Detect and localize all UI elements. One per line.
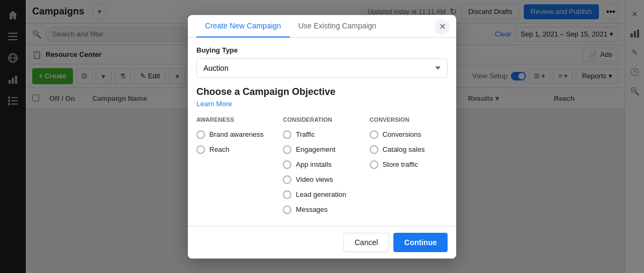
objectives-grid: Awareness Brand awareness Reach Consider…: [196, 116, 448, 217]
tab-use-existing[interactable]: Use Existing Campaign: [290, 15, 385, 38]
lead-generation-radio[interactable]: [283, 190, 291, 199]
modal-close-button[interactable]: ✕: [435, 19, 450, 34]
reach-option[interactable]: Reach: [196, 142, 274, 157]
traffic-radio[interactable]: [283, 130, 291, 139]
objective-title: Choose a Campaign Objective: [196, 86, 448, 98]
video-views-label: Video views: [296, 175, 333, 183]
app-installs-option[interactable]: App installs: [283, 157, 361, 172]
catalog-sales-label: Catalog sales: [383, 145, 425, 153]
buying-type-select[interactable]: Auction: [196, 58, 448, 78]
messages-radio[interactable]: [283, 205, 291, 214]
conversion-header: Conversion: [370, 116, 448, 123]
modal-body: Buying Type Auction Choose a Campaign Ob…: [188, 38, 456, 226]
tab-create-new[interactable]: Create New Campaign: [196, 15, 290, 38]
cancel-button[interactable]: Cancel: [343, 233, 390, 252]
consideration-column: Consideration Traffic Engagement App ins…: [283, 116, 361, 217]
catalog-sales-option[interactable]: Catalog sales: [370, 142, 448, 157]
engagement-label: Engagement: [296, 145, 335, 153]
conversions-label: Conversions: [383, 130, 421, 138]
lead-generation-label: Lead generation: [296, 190, 346, 198]
reach-label: Reach: [209, 145, 230, 153]
create-campaign-modal: Create New Campaign Use Existing Campaig…: [188, 15, 456, 259]
video-views-radio[interactable]: [283, 175, 291, 184]
continue-button[interactable]: Continue: [393, 233, 448, 252]
engagement-radio[interactable]: [283, 145, 291, 154]
reach-radio[interactable]: [196, 145, 205, 154]
messages-label: Messages: [296, 205, 327, 213]
engagement-option[interactable]: Engagement: [283, 142, 361, 157]
traffic-label: Traffic: [296, 130, 314, 138]
buying-type-label: Buying Type: [196, 46, 448, 54]
modal-overlay: Create New Campaign Use Existing Campaig…: [0, 0, 644, 273]
app-installs-label: App installs: [296, 160, 331, 168]
brand-awareness-label: Brand awareness: [209, 130, 264, 138]
store-traffic-label: Store traffic: [383, 160, 418, 168]
modal-footer: Cancel Continue: [188, 226, 456, 259]
conversion-column: Conversion Conversions Catalog sales Sto…: [370, 116, 448, 217]
consideration-header: Consideration: [283, 116, 361, 123]
conversions-radio[interactable]: [370, 130, 378, 139]
awareness-column: Awareness Brand awareness Reach: [196, 116, 274, 217]
learn-more-link[interactable]: Learn More: [196, 100, 448, 108]
store-traffic-radio[interactable]: [370, 160, 378, 169]
messages-option[interactable]: Messages: [283, 202, 361, 217]
catalog-sales-radio[interactable]: [370, 145, 378, 154]
brand-awareness-option[interactable]: Brand awareness: [196, 127, 274, 142]
brand-awareness-radio[interactable]: [196, 130, 205, 139]
traffic-option[interactable]: Traffic: [283, 127, 361, 142]
store-traffic-option[interactable]: Store traffic: [370, 157, 448, 172]
video-views-option[interactable]: Video views: [283, 172, 361, 187]
awareness-header: Awareness: [196, 116, 274, 123]
conversions-option[interactable]: Conversions: [370, 127, 448, 142]
lead-generation-option[interactable]: Lead generation: [283, 187, 361, 202]
modal-tabs: Create New Campaign Use Existing Campaig…: [188, 15, 456, 38]
app-installs-radio[interactable]: [283, 160, 291, 169]
